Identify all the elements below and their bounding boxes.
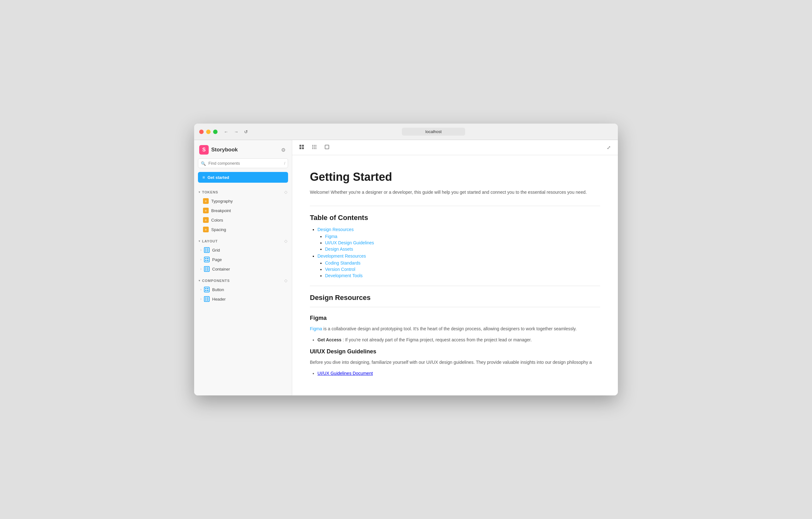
close-button[interactable] (199, 130, 204, 134)
get-access-bold: Get Access (317, 337, 342, 342)
get-started-label: Get started (207, 175, 229, 180)
toc-link-dev-resources[interactable]: Development Resources (317, 253, 366, 258)
figma-get-access: Get Access : If you're not already part … (317, 336, 600, 343)
toc-link-coding-standards[interactable]: Coding Standards (325, 261, 360, 266)
sidebar-item-typography[interactable]: ≡ Typography (195, 196, 291, 206)
svg-point-5 (314, 145, 315, 146)
toolbar-external-button[interactable]: ⤢ (605, 143, 613, 152)
sidebar-item-grid[interactable]: › Grid (195, 245, 291, 255)
refresh-button[interactable]: ↺ (243, 128, 249, 135)
maximize-button[interactable] (213, 130, 218, 134)
toc-link-design-resources[interactable]: Design Resources (317, 227, 353, 232)
svg-point-8 (314, 146, 315, 147)
layout-label: LAYOUT (202, 239, 218, 243)
sidebar: S Storybook ⚙ 🔍 / ≡ Get started ▾ T (194, 140, 292, 395)
grid-icon-header (204, 296, 210, 302)
address-input[interactable] (402, 128, 465, 135)
sidebar-item-header[interactable]: › Header (195, 294, 291, 304)
doc-icon-breakpoint: ≡ (203, 208, 209, 213)
svg-point-7 (312, 146, 313, 147)
toolbar-grid-button[interactable] (310, 143, 319, 153)
toc-subitem-design-assets: Design Assets (325, 247, 600, 252)
components-pin-icon: ◇ (284, 278, 287, 283)
toc-link-uxguidelines[interactable]: UI/UX Design Guidelines (325, 240, 374, 245)
grid-chevron: › (200, 248, 201, 252)
sidebar-item-colors[interactable]: ≡ Colors (195, 215, 291, 225)
search-input[interactable] (198, 158, 288, 168)
components-section-header[interactable]: ▾ COMPONENTS ◇ (194, 276, 292, 285)
search-box: 🔍 / (198, 158, 288, 168)
toc-sublist-design: Figma UI/UX Design Guidelines Design Ass… (317, 234, 600, 252)
sidebar-item-page[interactable]: › Page (195, 255, 291, 264)
grid-icon-container (204, 266, 210, 272)
button-label: Button (212, 287, 224, 292)
search-icon: 🔍 (201, 161, 206, 165)
svg-point-6 (316, 145, 317, 146)
minimize-button[interactable] (206, 130, 211, 134)
toc-sublist-dev: Coding Standards Version Control Develop… (317, 261, 600, 278)
tokens-pin-icon: ◇ (284, 190, 287, 194)
svg-rect-13 (325, 145, 329, 149)
ux-guidelines-intro: Before you dive into designing, familiar… (310, 359, 600, 366)
components-section: ▾ COMPONENTS ◇ › Button › (194, 276, 292, 306)
header-item-chevron: › (200, 298, 201, 301)
page-intro: Welcome! Whether you're a designer or a … (310, 189, 600, 196)
tokens-title-row: ▾ TOKENS (199, 190, 218, 194)
divider-2 (310, 286, 600, 286)
forward-button[interactable]: → (233, 128, 240, 135)
layout-title-row: ▾ LAYOUT (199, 239, 218, 243)
layout-pin-icon: ◇ (284, 239, 287, 243)
components-chevron: ▾ (199, 279, 200, 282)
sidebar-item-container[interactable]: › Container (195, 264, 291, 274)
toc-subitem-uxguidelines: UI/UX Design Guidelines (325, 240, 600, 245)
toc-subitem-coding-standards: Coding Standards (325, 261, 600, 266)
tokens-section: ▾ TOKENS ◇ ≡ Typography ≡ Breakpoint ≡ C… (194, 188, 292, 237)
main-content: ⤢ Getting Started Welcome! Whether you'r… (292, 140, 618, 395)
tokens-section-header[interactable]: ▾ TOKENS ◇ (194, 188, 292, 196)
doc-icon-typography: ≡ (203, 198, 209, 204)
figma-link[interactable]: Figma (310, 326, 322, 331)
svg-point-11 (314, 148, 315, 149)
grid-label: Grid (212, 248, 220, 252)
container-label: Container (212, 267, 230, 272)
ux-guidelines-doc-link[interactable]: UI/UX Guidelines Document (317, 371, 373, 376)
layout-chevron: ▾ (199, 239, 200, 243)
sidebar-item-button[interactable]: › Button (195, 285, 291, 294)
toolbar-layout-button[interactable] (297, 143, 306, 153)
brand-name: Storybook (211, 147, 238, 153)
toc-link-design-assets[interactable]: Design Assets (325, 247, 353, 252)
sidebar-item-spacing[interactable]: ≡ Spacing (195, 225, 291, 234)
ux-guidelines-heading: UI/UX Design Guidelines (310, 348, 600, 355)
toc-subitem-figma: Figma (325, 234, 600, 239)
figma-intro: Figma is a collaborative design and prot… (310, 325, 600, 332)
get-access-text: : If you're not already part of the Figm… (343, 337, 532, 342)
sidebar-item-breakpoint[interactable]: ≡ Breakpoint (195, 206, 291, 215)
typography-label: Typography (211, 199, 233, 204)
search-shortcut: / (284, 161, 285, 165)
settings-button[interactable]: ⚙ (280, 146, 287, 154)
app-body: S Storybook ⚙ 🔍 / ≡ Get started ▾ T (194, 140, 618, 395)
tokens-label: TOKENS (202, 190, 218, 194)
svg-rect-3 (302, 147, 304, 149)
toc-link-version-control[interactable]: Version Control (325, 267, 355, 272)
back-button[interactable]: ← (223, 128, 230, 135)
grid-icon-page (204, 257, 210, 262)
layout-section-header[interactable]: ▾ LAYOUT ◇ (194, 237, 292, 245)
tokens-chevron: ▾ (199, 190, 200, 194)
grid-icon-button (204, 287, 210, 293)
toc-item-design-resources: Design Resources Figma UI/UX Design Guid… (317, 227, 600, 252)
svg-rect-0 (299, 145, 301, 147)
toc-link-dev-tools[interactable]: Development Tools (325, 273, 363, 278)
address-bar (254, 128, 613, 135)
figma-heading: Figma (310, 315, 600, 322)
ux-guidelines-doc-item: UI/UX Guidelines Document (317, 370, 600, 377)
toc-heading: Table of Contents (310, 214, 600, 222)
browser-titlebar: ← → ↺ (194, 124, 618, 140)
svg-point-9 (316, 146, 317, 147)
page-chevron: › (200, 258, 201, 261)
colors-label: Colors (211, 218, 223, 222)
toc-link-figma[interactable]: Figma (325, 234, 338, 239)
grid-icon-grid (204, 247, 210, 253)
get-started-button[interactable]: ≡ Get started (198, 172, 288, 183)
toolbar-fullscreen-button[interactable] (322, 143, 331, 153)
